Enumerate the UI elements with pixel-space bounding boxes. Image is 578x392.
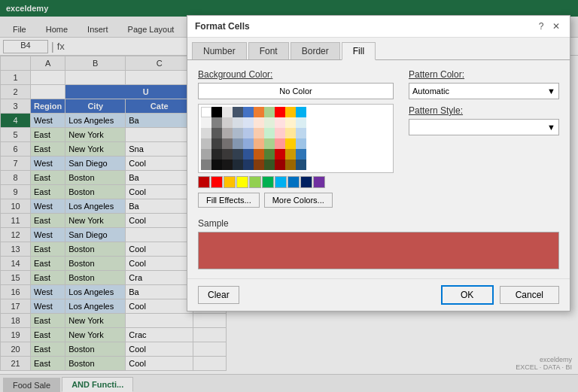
palette-row (201, 107, 391, 117)
tab-fill[interactable]: Fill (342, 42, 376, 60)
color-cell[interactable] (233, 117, 243, 128)
color-cell[interactable] (211, 149, 222, 160)
color-cell[interactable] (201, 107, 211, 117)
color-cell[interactable] (285, 160, 296, 170)
color-cell[interactable] (254, 160, 264, 170)
format-cells-dialog: Format Cells ? ✕ Number Font Border Fill… (187, 15, 570, 311)
color-cell[interactable] (275, 138, 285, 149)
more-colors-button[interactable]: More Colors... (264, 193, 333, 208)
color-cell[interactable] (264, 117, 275, 128)
dialog-footer: Clear OK Cancel (187, 278, 570, 311)
cancel-button[interactable]: Cancel (500, 286, 559, 304)
color-cell[interactable] (211, 128, 222, 138)
color-cell[interactable] (296, 160, 306, 170)
fill-right: Pattern Color: Automatic ▼ Pattern Style… (409, 69, 559, 208)
std-color-cell[interactable] (262, 176, 274, 188)
ok-button[interactable]: OK (441, 285, 494, 305)
color-cell[interactable] (233, 138, 243, 149)
color-palette (198, 104, 394, 173)
color-cell[interactable] (222, 117, 233, 128)
pattern-color-dropdown[interactable]: Automatic ▼ (409, 83, 559, 99)
color-cell[interactable] (275, 149, 285, 160)
color-cell[interactable] (211, 107, 222, 117)
std-color-cell[interactable] (236, 176, 248, 188)
color-cell[interactable] (201, 160, 211, 170)
color-cell[interactable] (211, 117, 222, 128)
color-cell[interactable] (275, 160, 285, 170)
color-cell[interactable] (243, 160, 254, 170)
std-color-cell[interactable] (313, 176, 325, 188)
clear-button[interactable]: Clear (198, 286, 239, 304)
close-button[interactable]: ✕ (550, 20, 562, 32)
color-cell[interactable] (243, 138, 254, 149)
color-cell[interactable] (201, 128, 211, 138)
pattern-style-label: Pattern Style: (409, 105, 559, 116)
std-color-cell[interactable] (211, 176, 223, 188)
color-cell[interactable] (233, 128, 243, 138)
fill-effects-button[interactable]: Fill Effects... (198, 193, 260, 208)
color-cell[interactable] (285, 138, 296, 149)
std-color-cell[interactable] (300, 176, 312, 188)
color-cell[interactable] (222, 160, 233, 170)
palette-row (201, 138, 391, 149)
color-cell[interactable] (254, 117, 264, 128)
pattern-color-label: Pattern Color: (409, 69, 559, 80)
background-color-label: Background Color: (198, 69, 394, 80)
color-cell[interactable] (243, 107, 254, 117)
color-cell[interactable] (296, 107, 306, 117)
color-cell[interactable] (285, 117, 296, 128)
color-cell[interactable] (264, 149, 275, 160)
tab-number[interactable]: Number (192, 42, 247, 59)
std-color-cell[interactable] (275, 176, 287, 188)
color-cell[interactable] (254, 107, 264, 117)
color-cell[interactable] (222, 138, 233, 149)
color-cell[interactable] (233, 107, 243, 117)
sample-label: Sample (198, 218, 559, 229)
color-cell[interactable] (254, 149, 264, 160)
sample-box (198, 232, 559, 269)
pattern-style-arrow-icon: ▼ (547, 123, 555, 132)
std-color-cell[interactable] (198, 176, 210, 188)
color-cell[interactable] (296, 138, 306, 149)
pattern-style-dropdown[interactable]: ▼ (409, 119, 559, 135)
color-cell[interactable] (264, 160, 275, 170)
color-cell[interactable] (201, 117, 211, 128)
std-color-cell[interactable] (249, 176, 261, 188)
color-cell[interactable] (264, 128, 275, 138)
color-cell[interactable] (264, 107, 275, 117)
color-cell[interactable] (222, 149, 233, 160)
color-cell[interactable] (264, 138, 275, 149)
std-color-cell[interactable] (287, 176, 300, 188)
color-cell[interactable] (285, 107, 296, 117)
color-cell[interactable] (296, 117, 306, 128)
color-cell[interactable] (285, 128, 296, 138)
color-cell[interactable] (211, 138, 222, 149)
tab-border[interactable]: Border (291, 42, 340, 59)
color-cell[interactable] (201, 149, 211, 160)
color-cell[interactable] (275, 117, 285, 128)
color-cell[interactable] (243, 128, 254, 138)
color-cell[interactable] (243, 117, 254, 128)
color-cell[interactable] (254, 128, 264, 138)
color-cell[interactable] (211, 160, 222, 170)
color-cell[interactable] (233, 149, 243, 160)
color-cell[interactable] (222, 107, 233, 117)
palette-row (201, 160, 391, 170)
color-cell[interactable] (233, 160, 243, 170)
help-button[interactable]: ? (535, 20, 547, 32)
dialog-titlebar: Format Cells ? ✕ (187, 16, 570, 38)
color-cell[interactable] (275, 128, 285, 138)
color-cell[interactable] (254, 138, 264, 149)
color-cell[interactable] (275, 107, 285, 117)
color-cell[interactable] (285, 149, 296, 160)
color-cell[interactable] (243, 149, 254, 160)
color-cell[interactable] (296, 128, 306, 138)
tab-font[interactable]: Font (248, 42, 289, 59)
no-color-button[interactable]: No Color (198, 83, 394, 99)
std-color-cell[interactable] (224, 176, 236, 188)
color-cell[interactable] (222, 128, 233, 138)
dialog-body: Background Color: No Color (187, 60, 570, 278)
color-cell[interactable] (201, 138, 211, 149)
color-cell[interactable] (296, 149, 306, 160)
standard-colors-row (198, 176, 394, 188)
